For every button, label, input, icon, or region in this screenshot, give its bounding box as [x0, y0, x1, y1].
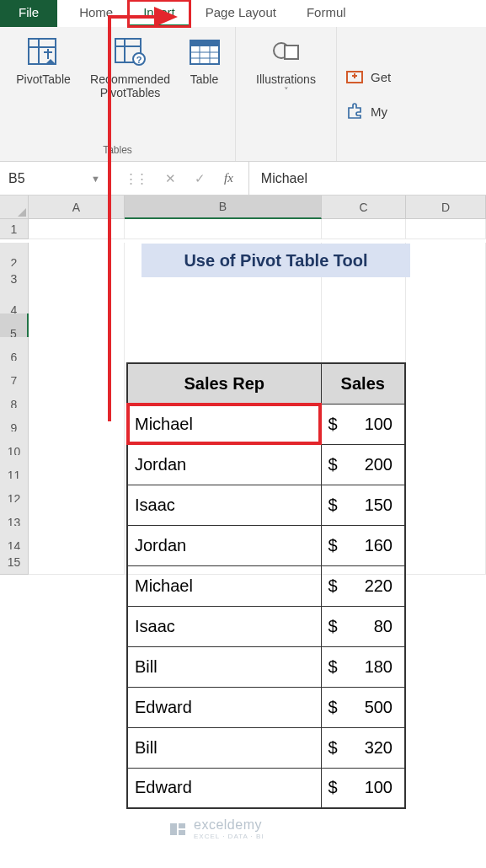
- cell-rep: Isaac: [127, 606, 321, 646]
- cell-currency: $: [321, 485, 343, 525]
- formula-bar: B5 ▼ ⋮⋮ ✕ ✓ fx Michael: [0, 162, 486, 196]
- cell-rep: Edward: [127, 687, 321, 727]
- cell-sales: 160: [343, 525, 405, 565]
- pivot-table-label: PivotTable: [16, 72, 71, 86]
- my-label: My: [371, 104, 387, 119]
- cell-rep: Isaac: [127, 485, 321, 525]
- cell-currency: $: [321, 727, 343, 768]
- cell-currency: $: [321, 404, 343, 444]
- ribbon-tabs: File Home Insert Page Layout Formul: [0, 0, 486, 27]
- my-addins-button[interactable]: My: [345, 101, 391, 122]
- cell-sales: 220: [343, 565, 405, 606]
- table-row[interactable]: Isaac$150: [127, 485, 405, 525]
- table-row[interactable]: Edward$100: [127, 768, 405, 808]
- cell-D3[interactable]: [406, 266, 486, 292]
- table-row[interactable]: Jordan$200: [127, 444, 405, 485]
- cell-rep: Jordan: [127, 444, 321, 485]
- illustrations-button[interactable]: Illustrations ˅: [240, 32, 333, 100]
- header-sales: Sales: [321, 363, 405, 404]
- cell-B1[interactable]: [125, 219, 322, 239]
- table-row[interactable]: Bill$180: [127, 646, 405, 687]
- table-row[interactable]: Isaac$80: [127, 606, 405, 646]
- pivot-table-button[interactable]: PivotTable: [8, 32, 80, 89]
- table-row[interactable]: Edward$500: [127, 687, 405, 727]
- cell-sales: 320: [343, 727, 405, 768]
- col-header-A[interactable]: A: [29, 196, 125, 219]
- get-label: Get: [371, 70, 391, 84]
- chevron-down-icon: ˅: [284, 86, 289, 97]
- name-box-value: B5: [8, 171, 25, 186]
- cell-currency: $: [321, 646, 343, 687]
- enter-icon[interactable]: ✓: [195, 171, 206, 186]
- cell-sales: 100: [343, 768, 405, 808]
- table-row[interactable]: Jordan$160: [127, 525, 405, 565]
- svg-text:?: ?: [136, 55, 142, 65]
- cell-sales: 150: [343, 485, 405, 525]
- watermark-icon: [168, 820, 187, 839]
- cell-sales: 180: [343, 646, 405, 687]
- store-icon: [345, 67, 364, 88]
- cell-currency: $: [321, 768, 343, 808]
- sheet-title: Use of Pivot Table Tool: [142, 244, 410, 277]
- recommended-pivot-button[interactable]: ? Recommended PivotTables: [80, 32, 181, 103]
- ribbon: PivotTable ? Recommended PivotTables Tab…: [0, 27, 486, 162]
- table-icon: [188, 35, 222, 69]
- col-header-D[interactable]: D: [406, 196, 486, 219]
- spill-icon: ⋮⋮: [125, 171, 147, 186]
- cell-currency: $: [321, 565, 343, 606]
- chevron-down-icon[interactable]: ▼: [91, 174, 100, 184]
- col-header-C[interactable]: C: [322, 196, 406, 219]
- illustrations-icon: [270, 35, 303, 69]
- cell-currency: $: [321, 525, 343, 565]
- cell-D1[interactable]: [406, 219, 486, 239]
- get-addins-button[interactable]: Get: [345, 67, 391, 88]
- watermark-brand: exceldemy: [194, 817, 262, 832]
- cell-sales: 200: [343, 444, 405, 485]
- cell-sales: 80: [343, 606, 405, 646]
- cell-currency: $: [321, 687, 343, 727]
- svg-rect-15: [285, 46, 298, 59]
- tab-home[interactable]: Home: [64, 0, 128, 27]
- svg-rect-21: [179, 830, 185, 835]
- select-all-corner[interactable]: [0, 196, 29, 219]
- formula-content[interactable]: Michael: [249, 171, 486, 186]
- addins-icon: [345, 101, 364, 122]
- tables-group-label: Tables: [103, 142, 132, 159]
- data-table: Sales Rep Sales Michael$100Jordan$200Isa…: [126, 362, 406, 809]
- ribbon-group-tables: PivotTable ? Recommended PivotTables Tab…: [0, 27, 236, 161]
- table-row[interactable]: Bill$320: [127, 727, 405, 768]
- name-box[interactable]: B5 ▼: [0, 162, 109, 195]
- cell-D15[interactable]: [406, 549, 486, 575]
- cell-rep: Michael: [127, 565, 321, 606]
- svg-rect-20: [179, 823, 185, 828]
- cell-sales: 500: [343, 687, 405, 727]
- fx-icon[interactable]: fx: [224, 171, 233, 185]
- tab-formulas[interactable]: Formul: [291, 0, 361, 27]
- header-sales-rep: Sales Rep: [127, 363, 321, 404]
- tab-file[interactable]: File: [0, 0, 57, 27]
- table-button[interactable]: Table: [181, 32, 228, 89]
- row-header-3[interactable]: 3: [0, 266, 29, 292]
- ribbon-group-illustrations: Illustrations ˅: [236, 27, 337, 161]
- table-row[interactable]: Michael$100: [127, 404, 405, 444]
- col-header-B[interactable]: B: [125, 196, 322, 219]
- cell-currency: $: [321, 606, 343, 646]
- cell-C1[interactable]: [322, 219, 406, 239]
- svg-rect-19: [170, 823, 177, 835]
- pivot-table-icon: [27, 35, 61, 69]
- table-label: Table: [190, 72, 218, 86]
- cell-A1[interactable]: [29, 219, 125, 239]
- recommended-pivot-icon: ?: [114, 35, 147, 69]
- tab-page-layout[interactable]: Page Layout: [190, 0, 291, 27]
- cell-A3[interactable]: [29, 266, 125, 292]
- recommended-label-2: PivotTables: [100, 86, 161, 99]
- cell-A15[interactable]: [29, 549, 125, 575]
- row-header-15[interactable]: 15: [0, 549, 29, 575]
- cancel-icon[interactable]: ✕: [165, 171, 176, 186]
- cell-sales: 100: [343, 404, 405, 444]
- table-row[interactable]: Michael$220: [127, 565, 405, 606]
- illustrations-label: Illustrations: [256, 72, 316, 86]
- tab-insert[interactable]: Insert: [128, 0, 190, 27]
- cell-rep: Jordan: [127, 525, 321, 565]
- row-header-1[interactable]: 1: [0, 219, 29, 239]
